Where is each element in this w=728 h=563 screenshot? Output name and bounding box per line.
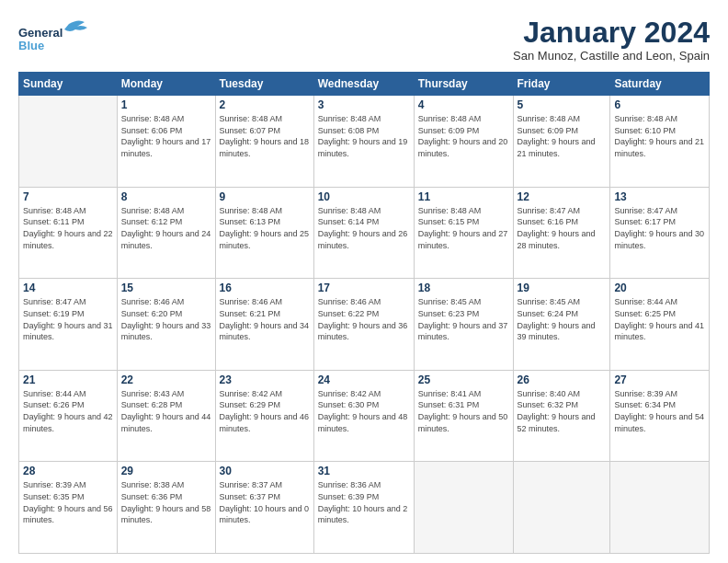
day-number: 23 bbox=[220, 373, 310, 386]
day-cell: 1Sunrise: 8:48 AMSunset: 6:06 PMDaylight… bbox=[117, 96, 215, 188]
day-cell: 16Sunrise: 8:46 AMSunset: 6:21 PMDayligh… bbox=[215, 279, 313, 371]
day-number: 24 bbox=[318, 373, 410, 386]
day-number: 16 bbox=[220, 282, 310, 294]
day-cell: 9Sunrise: 8:48 AMSunset: 6:13 PMDaylight… bbox=[215, 187, 313, 279]
day-info: Sunrise: 8:46 AMSunset: 6:20 PMDaylight:… bbox=[121, 296, 211, 342]
day-number: 20 bbox=[614, 282, 705, 294]
day-cell: 14Sunrise: 8:47 AMSunset: 6:19 PMDayligh… bbox=[19, 279, 118, 371]
day-info: Sunrise: 8:46 AMSunset: 6:22 PMDaylight:… bbox=[318, 296, 410, 342]
day-number: 21 bbox=[23, 373, 113, 386]
day-cell: 26Sunrise: 8:40 AMSunset: 6:32 PMDayligh… bbox=[513, 370, 610, 462]
day-info: Sunrise: 8:48 AMSunset: 6:14 PMDaylight:… bbox=[318, 205, 410, 251]
day-number: 28 bbox=[23, 465, 113, 477]
day-number: 7 bbox=[23, 190, 113, 203]
day-info: Sunrise: 8:46 AMSunset: 6:21 PMDaylight:… bbox=[220, 296, 310, 342]
calendar-table: Sunday Monday Tuesday Wednesday Thursday… bbox=[18, 72, 710, 554]
day-number: 14 bbox=[23, 282, 113, 294]
day-number: 31 bbox=[318, 465, 410, 477]
day-info: Sunrise: 8:48 AMSunset: 6:08 PMDaylight:… bbox=[318, 113, 410, 159]
th-friday: Friday bbox=[513, 73, 610, 96]
day-info: Sunrise: 8:45 AMSunset: 6:24 PMDaylight:… bbox=[518, 296, 607, 342]
day-cell: 5Sunrise: 8:48 AMSunset: 6:09 PMDaylight… bbox=[513, 96, 610, 188]
day-cell: 25Sunrise: 8:41 AMSunset: 6:31 PMDayligh… bbox=[414, 370, 513, 462]
day-cell: 3Sunrise: 8:48 AMSunset: 6:08 PMDaylight… bbox=[313, 96, 414, 188]
day-cell: 10Sunrise: 8:48 AMSunset: 6:14 PMDayligh… bbox=[313, 187, 414, 279]
day-number: 2 bbox=[220, 98, 310, 111]
day-info: Sunrise: 8:45 AMSunset: 6:23 PMDaylight:… bbox=[418, 296, 509, 342]
day-info: Sunrise: 8:41 AMSunset: 6:31 PMDaylight:… bbox=[418, 388, 509, 434]
svg-text:Blue: Blue bbox=[18, 39, 44, 52]
day-number: 5 bbox=[518, 98, 607, 111]
svg-text:General: General bbox=[18, 26, 63, 40]
day-info: Sunrise: 8:44 AMSunset: 6:25 PMDaylight:… bbox=[614, 296, 705, 342]
day-cell: 11Sunrise: 8:48 AMSunset: 6:15 PMDayligh… bbox=[414, 187, 513, 279]
day-cell: 15Sunrise: 8:46 AMSunset: 6:20 PMDayligh… bbox=[117, 279, 215, 371]
weekday-header-row: Sunday Monday Tuesday Wednesday Thursday… bbox=[19, 73, 710, 96]
day-info: Sunrise: 8:43 AMSunset: 6:28 PMDaylight:… bbox=[121, 388, 211, 434]
title-block: January 2024 San Munoz, Castille and Leo… bbox=[513, 17, 710, 63]
day-number: 30 bbox=[220, 465, 310, 477]
day-info: Sunrise: 8:44 AMSunset: 6:26 PMDaylight:… bbox=[23, 388, 113, 434]
day-info: Sunrise: 8:42 AMSunset: 6:29 PMDaylight:… bbox=[220, 388, 310, 434]
day-info: Sunrise: 8:48 AMSunset: 6:10 PMDaylight:… bbox=[614, 113, 705, 159]
day-cell bbox=[610, 462, 710, 554]
day-cell: 28Sunrise: 8:39 AMSunset: 6:35 PMDayligh… bbox=[19, 462, 118, 554]
day-info: Sunrise: 8:48 AMSunset: 6:06 PMDaylight:… bbox=[121, 113, 211, 159]
calendar-page: General Blue January 2024 San Munoz, Cas… bbox=[0, 0, 728, 563]
day-number: 15 bbox=[121, 282, 211, 294]
day-cell: 12Sunrise: 8:47 AMSunset: 6:16 PMDayligh… bbox=[513, 187, 610, 279]
day-cell: 7Sunrise: 8:48 AMSunset: 6:11 PMDaylight… bbox=[19, 187, 118, 279]
th-wednesday: Wednesday bbox=[313, 73, 414, 96]
day-number: 22 bbox=[121, 373, 211, 386]
day-info: Sunrise: 8:47 AMSunset: 6:19 PMDaylight:… bbox=[23, 296, 113, 342]
day-info: Sunrise: 8:42 AMSunset: 6:30 PMDaylight:… bbox=[318, 388, 410, 434]
week-row-3: 14Sunrise: 8:47 AMSunset: 6:19 PMDayligh… bbox=[19, 279, 710, 371]
day-info: Sunrise: 8:48 AMSunset: 6:11 PMDaylight:… bbox=[23, 205, 113, 251]
day-cell: 8Sunrise: 8:48 AMSunset: 6:12 PMDaylight… bbox=[117, 187, 215, 279]
day-number: 12 bbox=[518, 190, 607, 203]
calendar-body: 1Sunrise: 8:48 AMSunset: 6:06 PMDaylight… bbox=[19, 96, 710, 554]
day-cell: 31Sunrise: 8:36 AMSunset: 6:39 PMDayligh… bbox=[313, 462, 414, 554]
day-info: Sunrise: 8:37 AMSunset: 6:37 PMDaylight:… bbox=[220, 479, 310, 525]
day-info: Sunrise: 8:48 AMSunset: 6:15 PMDaylight:… bbox=[418, 205, 509, 251]
week-row-4: 21Sunrise: 8:44 AMSunset: 6:26 PMDayligh… bbox=[19, 370, 710, 462]
day-number: 17 bbox=[318, 282, 410, 294]
day-cell bbox=[513, 462, 610, 554]
th-tuesday: Tuesday bbox=[215, 73, 313, 96]
week-row-2: 7Sunrise: 8:48 AMSunset: 6:11 PMDaylight… bbox=[19, 187, 710, 279]
day-number: 27 bbox=[614, 373, 705, 386]
calendar-subtitle: San Munoz, Castille and Leon, Spain bbox=[513, 49, 710, 63]
day-cell: 20Sunrise: 8:44 AMSunset: 6:25 PMDayligh… bbox=[610, 279, 710, 371]
day-cell: 13Sunrise: 8:47 AMSunset: 6:17 PMDayligh… bbox=[610, 187, 710, 279]
day-cell: 6Sunrise: 8:48 AMSunset: 6:10 PMDaylight… bbox=[610, 96, 710, 188]
day-info: Sunrise: 8:40 AMSunset: 6:32 PMDaylight:… bbox=[518, 388, 607, 434]
day-number: 25 bbox=[418, 373, 509, 386]
week-row-5: 28Sunrise: 8:39 AMSunset: 6:35 PMDayligh… bbox=[19, 462, 710, 554]
day-number: 29 bbox=[121, 465, 211, 477]
day-cell: 19Sunrise: 8:45 AMSunset: 6:24 PMDayligh… bbox=[513, 279, 610, 371]
day-info: Sunrise: 8:48 AMSunset: 6:13 PMDaylight:… bbox=[220, 205, 310, 251]
day-number: 6 bbox=[614, 98, 705, 111]
day-info: Sunrise: 8:36 AMSunset: 6:39 PMDaylight:… bbox=[318, 479, 410, 525]
day-cell: 2Sunrise: 8:48 AMSunset: 6:07 PMDaylight… bbox=[215, 96, 313, 188]
day-info: Sunrise: 8:48 AMSunset: 6:09 PMDaylight:… bbox=[418, 113, 509, 159]
day-number: 3 bbox=[318, 98, 410, 111]
day-number: 4 bbox=[418, 98, 509, 111]
day-info: Sunrise: 8:47 AMSunset: 6:17 PMDaylight:… bbox=[614, 205, 705, 251]
day-cell: 17Sunrise: 8:46 AMSunset: 6:22 PMDayligh… bbox=[313, 279, 414, 371]
day-info: Sunrise: 8:47 AMSunset: 6:16 PMDaylight:… bbox=[518, 205, 607, 251]
day-info: Sunrise: 8:48 AMSunset: 6:09 PMDaylight:… bbox=[518, 113, 607, 159]
day-info: Sunrise: 8:39 AMSunset: 6:35 PMDaylight:… bbox=[23, 479, 113, 525]
day-number: 8 bbox=[121, 190, 211, 203]
day-cell: 30Sunrise: 8:37 AMSunset: 6:37 PMDayligh… bbox=[215, 462, 313, 554]
th-monday: Monday bbox=[117, 73, 215, 96]
day-info: Sunrise: 8:38 AMSunset: 6:36 PMDaylight:… bbox=[121, 479, 211, 525]
week-row-1: 1Sunrise: 8:48 AMSunset: 6:06 PMDaylight… bbox=[19, 96, 710, 188]
th-thursday: Thursday bbox=[414, 73, 513, 96]
calendar-title: January 2024 bbox=[513, 17, 710, 49]
day-info: Sunrise: 8:48 AMSunset: 6:07 PMDaylight:… bbox=[220, 113, 310, 159]
th-sunday: Sunday bbox=[19, 73, 118, 96]
day-cell: 23Sunrise: 8:42 AMSunset: 6:29 PMDayligh… bbox=[215, 370, 313, 462]
day-number: 11 bbox=[418, 190, 509, 203]
day-cell: 27Sunrise: 8:39 AMSunset: 6:34 PMDayligh… bbox=[610, 370, 710, 462]
